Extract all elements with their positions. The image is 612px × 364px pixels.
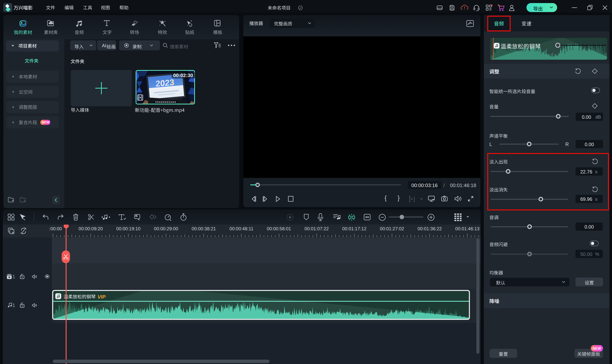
svg-text:00:01:46:13: 00:01:46:13	[455, 226, 480, 231]
svg-text:00:00:19:10: 00:00:19:10	[116, 226, 141, 231]
svg-text:00:01:07:22: 00:01:07:22	[305, 226, 329, 231]
svg-text:00:00:58:01: 00:00:58:01	[267, 226, 291, 231]
svg-text:00:00:00: 00:00:00	[44, 226, 62, 231]
svg-text:00:00:09:20: 00:00:09:20	[79, 226, 103, 231]
svg-text:00:00:48:11: 00:00:48:11	[229, 226, 253, 231]
svg-text:00:01:36:22: 00:01:36:22	[418, 226, 442, 231]
svg-text:00:01:17:12: 00:01:17:12	[342, 226, 366, 231]
svg-text:00:00:29:00: 00:00:29:00	[154, 226, 178, 231]
svg-text:2023: 2023	[156, 78, 174, 89]
svg-text:00:00:38:21: 00:00:38:21	[192, 226, 216, 231]
svg-text:00:01:27:02: 00:01:27:02	[380, 226, 404, 231]
